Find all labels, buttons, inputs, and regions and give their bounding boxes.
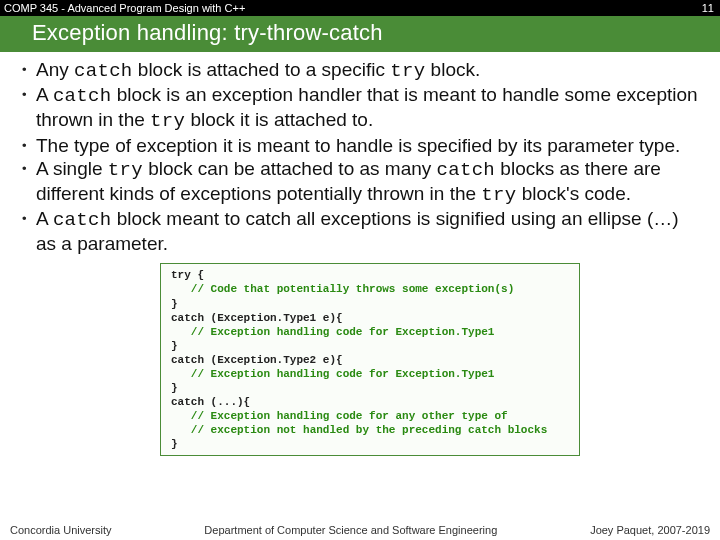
footer-right: Joey Paquet, 2007-2019 [590, 524, 710, 536]
bullet-marker: • [22, 58, 36, 83]
slide-body: •Any catch block is attached to a specif… [0, 52, 720, 255]
bullet-item: •Any catch block is attached to a specif… [22, 58, 698, 83]
bullet-text: The type of exception it is meant to han… [36, 134, 698, 157]
bullet-item: •The type of exception it is meant to ha… [22, 134, 698, 157]
bullet-text: Any catch block is attached to a specifi… [36, 58, 698, 83]
slide-top-bar: COMP 345 - Advanced Program Design with … [0, 0, 720, 16]
slide-footer: Concordia University Department of Compu… [0, 520, 720, 540]
bullet-text: A single try block can be attached to as… [36, 157, 698, 207]
bullet-marker: • [22, 134, 36, 157]
code-example: try { // Code that potentially throws so… [160, 263, 580, 456]
bullet-text: A catch block meant to catch all excepti… [36, 207, 698, 255]
bullet-item: •A catch block is an exception handler t… [22, 83, 698, 133]
footer-center: Department of Computer Science and Softw… [111, 524, 590, 536]
bullet-item: •A catch block meant to catch all except… [22, 207, 698, 255]
course-label: COMP 345 - Advanced Program Design with … [4, 2, 245, 14]
footer-left: Concordia University [10, 524, 111, 536]
bullet-marker: • [22, 157, 36, 207]
bullet-marker: • [22, 83, 36, 133]
bullet-item: •A single try block can be attached to a… [22, 157, 698, 207]
bullet-marker: • [22, 207, 36, 255]
slide-number: 11 [702, 2, 714, 14]
slide-title: Exception handling: try-throw-catch [0, 16, 720, 52]
bullet-text: A catch block is an exception handler th… [36, 83, 698, 133]
